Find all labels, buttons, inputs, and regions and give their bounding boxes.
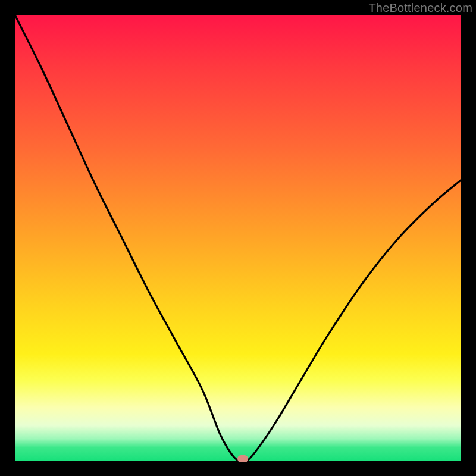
curve-svg: [15, 15, 461, 461]
minimum-marker: [237, 455, 248, 462]
plot-area: [15, 15, 461, 461]
bottleneck-curve: [15, 15, 461, 461]
watermark-text: TheBottleneck.com: [368, 1, 472, 15]
chart-frame: TheBottleneck.com: [0, 0, 476, 476]
